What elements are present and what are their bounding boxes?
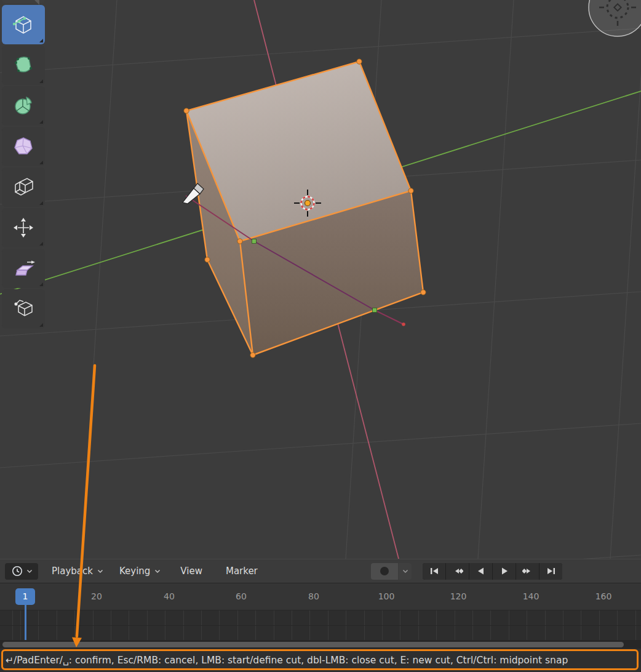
status-bar: ↵/PadEnter/␣: confirm, Esc/RMB: cancel, …	[0, 649, 641, 672]
tool-rip-region[interactable]	[2, 289, 45, 329]
edit-mode-toolbar	[2, 5, 45, 329]
3d-viewport[interactable]	[0, 0, 641, 559]
play-reverse-button[interactable]	[469, 563, 492, 580]
knife-tool-icon	[10, 11, 37, 38]
tool-poly-build[interactable]	[2, 46, 45, 85]
ruler-label: 40	[164, 591, 175, 601]
ruler-label: 140	[523, 591, 539, 601]
editor-type-selector[interactable]	[5, 563, 38, 580]
ruler-label: 80	[308, 591, 319, 601]
ruler-label: 160	[595, 591, 612, 601]
timeline-header: Playback Keying View Marker	[0, 559, 641, 583]
chevron-down-icon	[97, 569, 103, 574]
view-menu-label: View	[180, 566, 202, 577]
playback-menu[interactable]: Playback	[48, 563, 107, 579]
tool-shear[interactable]	[2, 249, 45, 288]
toolbar-scroll-up-indicator	[34, 0, 39, 5]
edge-slide-tool-icon	[10, 174, 37, 201]
chevron-down-icon	[402, 569, 408, 574]
play-reverse-icon	[476, 566, 487, 577]
tool-group-indicator	[39, 201, 43, 205]
auto-keying-group	[371, 563, 412, 580]
smooth-tool-icon	[10, 133, 37, 160]
tool-knife[interactable]	[2, 5, 45, 44]
view-menu[interactable]: View	[177, 563, 206, 579]
next-keyframe-icon	[522, 566, 533, 577]
shrink-fatten-tool-icon	[10, 214, 37, 241]
tool-group-indicator	[39, 79, 43, 83]
rip-region-tool-icon	[10, 295, 37, 322]
previous-keyframe-button[interactable]	[446, 563, 469, 580]
timeline-body: 20 40 60 80 100 120 140 160 1	[0, 583, 641, 640]
timeline-tracks[interactable]	[0, 610, 641, 640]
auto-keying-dropdown[interactable]	[399, 563, 412, 580]
jump-to-end-button[interactable]	[539, 563, 562, 580]
current-frame-indicator[interactable]: 1	[15, 588, 35, 605]
jump-to-start-button[interactable]	[423, 563, 445, 580]
marker-menu-label: Marker	[226, 566, 258, 577]
ruler-label: 120	[450, 591, 467, 601]
track-divider	[0, 625, 641, 626]
keymap-status-text: ↵/PadEnter/␣: confirm, Esc/RMB: cancel, …	[6, 649, 639, 672]
play-icon	[499, 566, 510, 577]
viewport-scene	[0, 0, 641, 559]
ruler-label: 20	[91, 591, 102, 601]
tool-group-indicator	[39, 120, 43, 124]
navigation-gizmo[interactable]	[589, 0, 641, 36]
tool-group-indicator	[39, 282, 43, 286]
jump-to-end-icon	[546, 566, 557, 577]
auto-keying-record-button[interactable]	[371, 563, 398, 580]
clock-icon	[11, 565, 23, 577]
next-keyframe-button[interactable]	[516, 563, 539, 580]
jump-to-start-icon	[429, 566, 440, 577]
scrollbar-thumb[interactable]	[2, 642, 624, 647]
previous-keyframe-icon	[452, 566, 463, 577]
chevron-down-icon	[154, 569, 161, 574]
marker-menu[interactable]: Marker	[222, 563, 261, 579]
poly-build-tool-icon	[10, 52, 37, 79]
timeline-scrollbar	[0, 640, 641, 649]
ruler-label: 100	[378, 591, 395, 601]
keying-menu[interactable]: Keying	[116, 563, 164, 579]
shear-tool-icon	[10, 255, 37, 282]
timeline-ruler[interactable]: 20 40 60 80 100 120 140 160	[0, 583, 641, 610]
tool-smooth[interactable]	[2, 127, 45, 166]
tool-group-indicator	[39, 323, 43, 327]
blender-window: Playback Keying View Marker	[0, 0, 641, 672]
ruler-label: 60	[236, 591, 247, 601]
tool-group-indicator	[39, 242, 43, 246]
tool-edge-slide[interactable]	[2, 167, 45, 207]
keying-menu-label: Keying	[119, 566, 150, 577]
play-button[interactable]	[493, 563, 516, 580]
record-circle-icon	[380, 566, 389, 576]
tool-shrink-fatten[interactable]	[2, 208, 45, 247]
tool-group-indicator	[39, 39, 43, 42]
playback-menu-label: Playback	[52, 566, 93, 577]
playback-controls	[423, 563, 562, 580]
tool-spin[interactable]	[2, 86, 45, 126]
knife-snap-point	[373, 308, 377, 313]
knife-start-point	[402, 322, 405, 326]
object-origin	[305, 201, 311, 206]
knife-snap-point	[252, 239, 257, 244]
tool-group-indicator	[39, 161, 43, 164]
playhead-line[interactable]	[25, 605, 26, 640]
chevron-down-icon	[26, 569, 33, 574]
spin-tool-icon	[10, 92, 37, 119]
